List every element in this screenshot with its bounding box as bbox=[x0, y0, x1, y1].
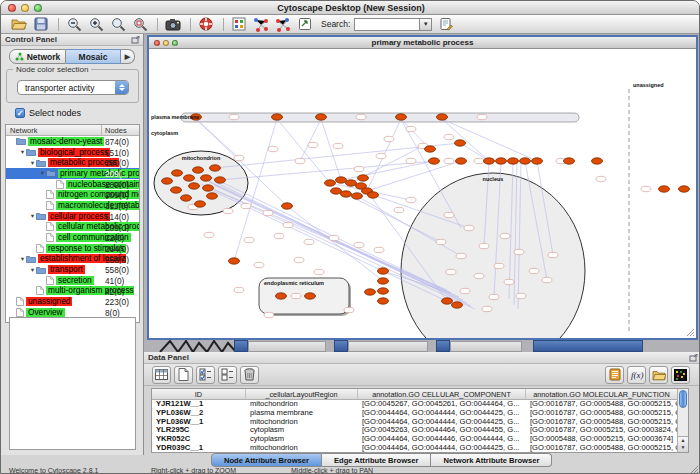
tree-row[interactable]: multi-organism process42(0) bbox=[6, 286, 139, 297]
tree-row[interactable]: ▼cellular process614(0) bbox=[6, 211, 139, 222]
graph-node-white[interactable] bbox=[295, 158, 305, 163]
graph-node-selected[interactable] bbox=[368, 192, 379, 198]
tree-row[interactable]: secretion41(0) bbox=[6, 275, 139, 286]
graph-node-selected[interactable] bbox=[341, 191, 352, 197]
tab-edge-attribute-browser[interactable]: Edge Attribute Browser bbox=[322, 453, 432, 467]
tree-row[interactable]: mosaic-demo-yeast874(0) bbox=[6, 136, 139, 147]
graph-node-selected[interactable] bbox=[336, 177, 347, 183]
graph-node-white[interactable] bbox=[500, 233, 510, 238]
graph-node-selected[interactable] bbox=[508, 158, 519, 164]
heatmap-button[interactable] bbox=[671, 366, 690, 384]
graph-node-white[interactable] bbox=[494, 263, 504, 268]
table-row[interactable]: YJR121W__1mitochondrion[GO:0045267, GO:0… bbox=[152, 400, 677, 409]
graph-node-white[interactable] bbox=[314, 269, 324, 274]
graph-node-white[interactable] bbox=[406, 158, 416, 163]
expander-icon[interactable]: ▼ bbox=[39, 170, 46, 176]
graph-node-white[interactable] bbox=[460, 288, 470, 293]
graph-node-selected[interactable] bbox=[378, 278, 389, 284]
select-nodes-checkbox[interactable]: ✓ bbox=[15, 108, 25, 118]
graph-node-selected[interactable] bbox=[396, 114, 407, 120]
graph-node-white[interactable] bbox=[374, 247, 384, 252]
graph-node-selected[interactable] bbox=[564, 158, 575, 164]
graph-node-white[interactable] bbox=[344, 307, 354, 312]
float-panel-icon[interactable] bbox=[689, 354, 698, 362]
search-dropdown-button[interactable]: ▼ bbox=[420, 18, 432, 31]
graph-node-white[interactable] bbox=[264, 312, 274, 317]
table-column-header[interactable]: annotation.GO MOLECULAR_FUNCTION bbox=[526, 389, 677, 399]
graph-node-white[interactable] bbox=[394, 207, 404, 212]
expander-icon[interactable]: ▼ bbox=[19, 256, 26, 262]
zoom-in-button[interactable] bbox=[86, 16, 106, 33]
graph-node-selected[interactable] bbox=[189, 183, 200, 189]
graph-node-white[interactable] bbox=[504, 279, 514, 284]
graph-node-white[interactable] bbox=[596, 176, 606, 181]
background-window-edge[interactable] bbox=[248, 341, 326, 352]
graph-node-selected[interactable] bbox=[679, 186, 690, 192]
graph-node-white[interactable] bbox=[304, 239, 314, 244]
unselect-attributes-button[interactable] bbox=[218, 366, 237, 384]
graph-node-selected[interactable] bbox=[171, 187, 182, 193]
graph-node-white[interactable] bbox=[268, 146, 278, 151]
tree-row[interactable]: unassigned223(0) bbox=[6, 296, 139, 307]
graph-node-white[interactable] bbox=[489, 294, 499, 299]
graph-node-selected[interactable] bbox=[215, 177, 226, 183]
search-config-button[interactable] bbox=[436, 16, 456, 33]
graph-node-white[interactable] bbox=[529, 268, 539, 273]
tree-row[interactable]: macromolecule metabolic process311(0) bbox=[6, 200, 139, 211]
open-file-button[interactable] bbox=[9, 16, 29, 33]
graph-node-selected[interactable] bbox=[210, 165, 221, 171]
graph-node-selected[interactable] bbox=[365, 289, 376, 295]
graph-node-selected[interactable] bbox=[193, 167, 204, 173]
save-session-button[interactable] bbox=[31, 16, 51, 33]
graph-node-selected[interactable] bbox=[346, 180, 357, 186]
float-panel-icon[interactable] bbox=[131, 36, 140, 44]
graph-node-white[interactable] bbox=[376, 153, 386, 158]
graph-node-selected[interactable] bbox=[425, 146, 436, 152]
graph-node-selected[interactable] bbox=[229, 258, 240, 264]
formula-button[interactable]: f(x) bbox=[627, 366, 646, 384]
graph-node-selected[interactable] bbox=[325, 180, 336, 186]
network-view-window[interactable]: primary metabolic process plasma membran… bbox=[147, 35, 698, 340]
table-column-header[interactable]: annotation.GO CELLULAR_COMPONENT bbox=[358, 389, 526, 399]
graph-node-selected[interactable] bbox=[207, 193, 218, 199]
background-window-titlebar[interactable] bbox=[334, 340, 348, 352]
modify-network-a-button[interactable] bbox=[251, 16, 271, 33]
graph-node-selected[interactable] bbox=[520, 158, 531, 164]
graph-node-white[interactable] bbox=[542, 277, 552, 282]
background-window-edge[interactable] bbox=[450, 341, 522, 352]
table-column-header[interactable]: ID bbox=[152, 389, 246, 399]
attribute-list-button[interactable] bbox=[605, 366, 624, 384]
graph-node-selected[interactable] bbox=[195, 201, 206, 207]
modify-network-b-button[interactable] bbox=[273, 16, 293, 33]
graph-node-white[interactable] bbox=[444, 134, 454, 139]
graph-node-white[interactable] bbox=[294, 257, 304, 262]
background-window-titlebar[interactable] bbox=[533, 340, 643, 352]
graph-node-white[interactable] bbox=[234, 287, 244, 292]
tree-row[interactable]: nitrogen compound metabolic process209(0… bbox=[6, 189, 139, 200]
tab-network-attribute-browser[interactable]: Network Attribute Browser bbox=[431, 453, 552, 467]
new-attribute-button[interactable] bbox=[174, 366, 193, 384]
expander-icon[interactable]: ▼ bbox=[29, 267, 36, 273]
graph-node-selected[interactable] bbox=[532, 158, 543, 164]
expander-icon[interactable]: ▼ bbox=[29, 213, 36, 219]
table-column-header[interactable]: _cellularLayoutRegion bbox=[246, 389, 358, 399]
graph-node-selected[interactable] bbox=[282, 203, 293, 209]
network-window-titlebar[interactable]: primary metabolic process bbox=[149, 37, 696, 49]
graph-node-white[interactable] bbox=[223, 208, 233, 213]
graph-node-selected[interactable] bbox=[181, 195, 192, 201]
graph-node-white[interactable] bbox=[356, 114, 366, 119]
graph-node-selected[interactable] bbox=[378, 298, 389, 304]
graph-node-white[interactable] bbox=[444, 212, 454, 217]
graph-node-selected[interactable] bbox=[496, 158, 507, 164]
graph-node-white[interactable] bbox=[464, 225, 474, 230]
tab-mosaic[interactable]: Mosaic bbox=[66, 49, 121, 64]
snapshot-button[interactable] bbox=[163, 16, 183, 33]
graph-node-white[interactable] bbox=[474, 273, 484, 278]
delete-attribute-button[interactable] bbox=[240, 366, 259, 384]
table-row[interactable]: YKR052Ccytoplasm[GO:0044464, GO:0044446,… bbox=[152, 435, 677, 444]
app-titlebar[interactable]: Cytoscape Desktop (New Session) bbox=[1, 1, 700, 15]
tree-row[interactable]: ▼establishment of localization558(0) bbox=[6, 254, 139, 265]
window-resize-grip-icon[interactable] bbox=[686, 328, 695, 337]
graph-node-selected[interactable] bbox=[172, 170, 183, 176]
graph-node-white[interactable] bbox=[354, 166, 364, 171]
